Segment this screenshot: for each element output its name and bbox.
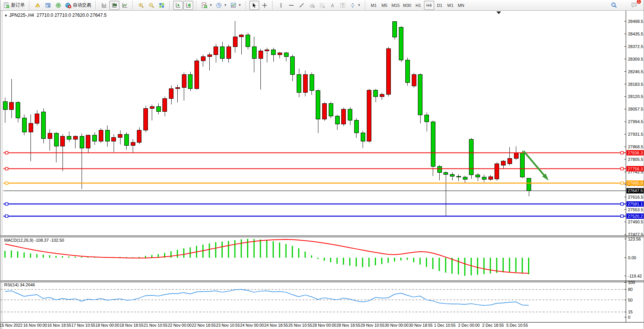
trading-terminal-window: 新订单 自动交易	[0, 0, 644, 329]
bear-candle	[425, 115, 429, 122]
chart-area[interactable]: 28498.528435.528372.528309.528246.528183…	[0, 11, 644, 329]
chart-shift-icon	[185, 2, 191, 8]
timeframe-m15-button[interactable]: M15	[390, 1, 401, 10]
clock-icon	[216, 2, 222, 8]
line-handle[interactable]	[5, 182, 8, 185]
bear-candle	[316, 90, 320, 119]
bull-candle	[507, 158, 512, 164]
tile-windows-button[interactable]	[157, 1, 167, 10]
macd-histogram-bar	[439, 258, 440, 271]
macd-histogram-bar	[190, 247, 191, 258]
arrows-icon	[350, 2, 356, 8]
trendline-tool-button[interactable]	[297, 1, 307, 10]
new-order-label: 新订单	[11, 2, 25, 8]
bull-candle	[195, 61, 199, 88]
crosshair-tool-button[interactable]	[260, 1, 270, 10]
macd-histogram-bar	[68, 257, 69, 258]
bull-candle	[29, 124, 33, 132]
chevron-down-icon: ▼	[224, 3, 227, 7]
line-handle[interactable]	[621, 167, 623, 170]
macd-histogram-bar	[407, 258, 408, 260]
profile-button[interactable]	[33, 1, 43, 10]
bear-candle	[469, 140, 474, 175]
macd-histogram-bar	[388, 258, 389, 263]
timeframe-m30-button[interactable]: M30	[401, 1, 413, 10]
time-axis[interactable]: 15 Nov 202216 Nov 00:0016 Nov 18:5517 No…	[0, 323, 528, 327]
candlestick-chart-button[interactable]	[109, 1, 119, 10]
macd-histogram-bar	[445, 258, 446, 273]
auto-trading-label: 自动交易	[73, 2, 91, 8]
macd-histogram-bar	[330, 258, 331, 262]
auto-scroll-button[interactable]	[173, 1, 183, 10]
macd-histogram-bar	[362, 258, 363, 267]
vertical-line-tool-button[interactable]	[276, 1, 286, 10]
rsi-tick-label: 80	[628, 287, 633, 292]
macd-histogram-bar	[400, 258, 401, 260]
bull-candle	[380, 95, 384, 97]
timeframe-h1-button[interactable]: H1	[413, 1, 424, 10]
chevron-down-icon: ▼	[358, 3, 361, 7]
market-watch-button[interactable]	[43, 1, 53, 10]
bear-candle	[246, 35, 250, 47]
timeframe-d1-button[interactable]: D1	[435, 1, 445, 10]
line-handle[interactable]	[621, 215, 623, 217]
timeframe-w1-button[interactable]: W1	[445, 1, 456, 10]
cursor-icon	[251, 2, 257, 8]
macd-histogram-bar	[464, 258, 466, 276]
line-handle[interactable]	[5, 203, 8, 205]
line-handle[interactable]	[5, 167, 8, 170]
line-handle[interactable]	[621, 182, 623, 185]
bear-candle	[527, 178, 531, 191]
new-order-button[interactable]: 新订单	[2, 1, 26, 10]
bear-candle	[476, 175, 480, 177]
macd-histogram-bar	[522, 258, 523, 273]
indicators-icon	[201, 2, 207, 8]
fibonacci-tool-button[interactable]: F	[317, 1, 327, 10]
line-handle[interactable]	[621, 151, 623, 154]
price-tick-label: 28435.5	[628, 32, 643, 36]
chart-shift-button[interactable]	[183, 1, 193, 10]
line-handle[interactable]	[5, 151, 8, 154]
macd-histogram-bar	[337, 258, 338, 264]
chart-canvas[interactable]: 28498.528435.528372.528309.528246.528183…	[0, 11, 644, 329]
macd-histogram-bar	[145, 256, 146, 258]
line-chart-button[interactable]	[120, 1, 130, 10]
text-tool-button[interactable]: A	[328, 1, 337, 10]
cursor-tool-button[interactable]	[249, 1, 259, 10]
line-handle[interactable]	[5, 215, 8, 217]
bull-candle	[303, 75, 307, 93]
svg-text:E: E	[313, 6, 315, 8]
bull-candle	[323, 103, 327, 119]
timeframe-h4-button[interactable]: H4	[424, 1, 434, 10]
timeframe-mn-button[interactable]: MN	[456, 1, 466, 10]
timeframes-menu-button[interactable]: ▼	[214, 1, 228, 10]
text-label-tool-button[interactable]: T	[338, 1, 348, 10]
price-tick-label: 28246.5	[628, 69, 643, 74]
indicators-button[interactable]: ▼	[200, 1, 214, 10]
rsi-tick-label: 15	[628, 310, 633, 314]
horizontal-line-tool-button[interactable]	[286, 1, 296, 10]
bear-candle	[393, 22, 397, 37]
search-button[interactable]	[609, 1, 619, 10]
zoom-in-button[interactable]	[136, 1, 146, 10]
timeframe-m1-button[interactable]: M1	[369, 1, 379, 10]
data-window-button[interactable]	[53, 1, 63, 10]
macd-histogram-bar	[286, 244, 287, 258]
line-handle[interactable]	[621, 203, 623, 205]
macd-histogram-bar	[209, 243, 210, 258]
auto-trading-button[interactable]: 自动交易	[64, 1, 93, 10]
timeframe-m5-button[interactable]: M5	[379, 1, 390, 10]
bull-candle	[137, 130, 141, 142]
templates-button[interactable]: ▼	[229, 1, 243, 10]
bull-candle	[86, 135, 90, 148]
arrows-tool-button[interactable]: ▼	[348, 1, 362, 10]
bar-chart-button[interactable]	[99, 1, 109, 10]
time-tick-label: 15 Nov 2022	[0, 323, 22, 327]
notifications-button[interactable]: 1	[629, 1, 639, 10]
macd-histogram-bar	[81, 257, 82, 258]
zoom-out-icon	[148, 2, 154, 8]
channel-tool-button[interactable]: E	[307, 1, 317, 10]
macd-histogram-bar	[419, 258, 421, 265]
zoom-out-button[interactable]	[146, 1, 156, 10]
line-price-label: 27685.9	[628, 181, 643, 185]
